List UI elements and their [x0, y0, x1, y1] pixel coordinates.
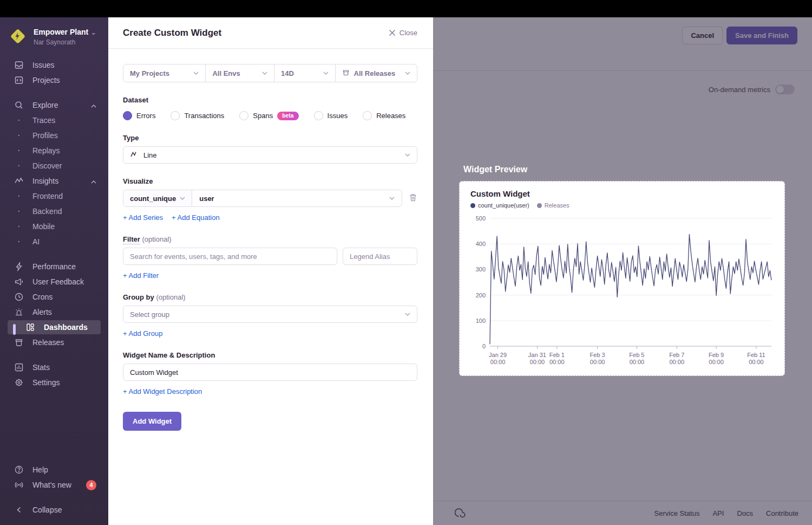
- sidebar-item-ai[interactable]: ·AI: [0, 234, 108, 249]
- modal-title: Create Custom Widget: [123, 28, 221, 38]
- beta-badge: beta: [277, 112, 298, 120]
- dataset-options: Errors Transactions Spans beta Issues: [123, 111, 417, 120]
- chart-legend: count_unique(user) Releases: [470, 202, 774, 209]
- svg-text:Feb 3: Feb 3: [590, 352, 605, 358]
- sidebar-item-frontend[interactable]: ·Frontend: [0, 189, 108, 204]
- legend-item-releases[interactable]: Releases: [537, 202, 569, 209]
- svg-text:00:00: 00:00: [709, 359, 724, 365]
- radio-selected: [123, 111, 132, 120]
- type-label: Type: [123, 134, 417, 142]
- sidebar-collapse-button[interactable]: Collapse: [0, 502, 108, 517]
- widget-preview-card: Custom Widget count_unique(user) Release…: [459, 181, 785, 376]
- svg-text:200: 200: [476, 292, 486, 299]
- search-icon: [14, 100, 24, 110]
- sidebar-item-mobile[interactable]: ·Mobile: [0, 219, 108, 234]
- create-widget-modal: Create Custom Widget Close My Projects A…: [108, 17, 433, 525]
- sidebar-item-traces[interactable]: ·Traces: [0, 113, 108, 128]
- dataset-option-issues[interactable]: Issues: [314, 111, 348, 120]
- sidebar-footer: Help What's new 4 Collapse: [0, 462, 108, 525]
- environment-filter-dropdown[interactable]: All Envs: [205, 64, 274, 82]
- releases-icon: [14, 338, 24, 347]
- sidebar-nav: Issues Projects Explore ·Traces ·Profile…: [0, 57, 108, 390]
- sidebar-item-user-feedback[interactable]: User Feedback: [0, 274, 108, 289]
- filter-label: Filter: [123, 235, 140, 244]
- release-filter-dropdown[interactable]: All Releases: [335, 64, 417, 82]
- widget-name-label: Widget Name & Description: [123, 351, 417, 359]
- dashboards-icon: [25, 322, 35, 332]
- dataset-option-transactions[interactable]: Transactions: [171, 111, 224, 120]
- column-select[interactable]: user: [192, 190, 402, 206]
- chevron-up-icon: [91, 101, 96, 109]
- sidebar-item-explore[interactable]: Explore: [0, 98, 108, 113]
- sidebar-item-alerts[interactable]: Alerts: [0, 304, 108, 320]
- page-filter-bar: My Projects All Envs 14D All Releases: [123, 64, 417, 82]
- whats-new-badge: 4: [86, 480, 96, 490]
- aggregate-select[interactable]: count_unique: [123, 190, 192, 206]
- filter-search-input[interactable]: [123, 248, 337, 265]
- megaphone-icon: [14, 277, 24, 287]
- clock-icon: [14, 292, 24, 302]
- add-description-link[interactable]: + Add Widget Description: [123, 387, 202, 396]
- radio-unselected: [314, 111, 323, 120]
- sidebar-item-discover[interactable]: ·Discover: [0, 158, 108, 173]
- chevron-down-icon: [262, 72, 267, 75]
- add-group-link[interactable]: + Add Group: [123, 329, 162, 338]
- close-button[interactable]: Close: [389, 29, 417, 37]
- svg-text:Jan 29: Jan 29: [489, 352, 507, 358]
- svg-text:Feb 9: Feb 9: [709, 352, 724, 358]
- sidebar-item-releases[interactable]: Releases: [0, 335, 108, 350]
- add-equation-link[interactable]: + Add Equation: [172, 213, 220, 222]
- sidebar-item-issues[interactable]: Issues: [0, 57, 108, 73]
- top-black-bar: [0, 0, 812, 17]
- svg-text:00:00: 00:00: [549, 359, 565, 365]
- add-filter-link[interactable]: + Add Filter: [123, 271, 159, 280]
- add-widget-button[interactable]: Add Widget: [123, 412, 181, 431]
- sidebar-item-help[interactable]: Help: [0, 462, 108, 477]
- dataset-label: Dataset: [123, 96, 417, 104]
- sidebar-item-settings[interactable]: Settings: [0, 375, 108, 390]
- svg-text:Feb 5: Feb 5: [629, 352, 644, 358]
- filter-optional-label: (optional): [142, 235, 171, 243]
- dataset-option-releases[interactable]: Releases: [363, 111, 405, 120]
- sidebar-item-crons[interactable]: Crons: [0, 289, 108, 304]
- group-by-select[interactable]: Select group: [123, 306, 417, 323]
- chart-type-select[interactable]: Line: [123, 146, 417, 164]
- trash-icon: [409, 193, 417, 202]
- sidebar-item-profiles[interactable]: ·Profiles: [0, 128, 108, 143]
- sidebar-item-insights[interactable]: Insights: [0, 173, 108, 189]
- sidebar-item-projects[interactable]: Projects: [0, 73, 108, 88]
- dashboard-edit-page: Cancel Save and Finish On-demand metrics…: [433, 17, 812, 525]
- sidebar-item-performance[interactable]: Performance: [0, 259, 108, 274]
- svg-text:00:00: 00:00: [530, 359, 545, 365]
- sidebar-item-backend[interactable]: ·Backend: [0, 204, 108, 219]
- project-filter-dropdown[interactable]: My Projects: [123, 64, 205, 82]
- widget-name-input[interactable]: [123, 364, 417, 381]
- svg-text:500: 500: [476, 215, 486, 222]
- legend-dot: [537, 203, 542, 208]
- sidebar-item-stats[interactable]: Stats: [0, 360, 108, 375]
- date-range-dropdown[interactable]: 14D: [274, 64, 335, 82]
- dataset-option-spans[interactable]: Spans beta: [239, 111, 298, 120]
- add-series-link[interactable]: + Add Series: [123, 213, 163, 222]
- svg-text:Feb 11: Feb 11: [747, 352, 765, 358]
- radio-unselected: [363, 111, 372, 120]
- org-switcher[interactable]: Empower Plant⌄ Nar Saynorath: [0, 17, 108, 52]
- group-by-optional-label: (optional): [156, 293, 185, 301]
- legend-dot: [470, 203, 475, 208]
- line-chart-icon: [130, 151, 139, 160]
- dataset-option-errors[interactable]: Errors: [123, 111, 155, 120]
- chevron-up-icon: [91, 177, 96, 185]
- widget-preview: Widget Preview Custom Widget count_uniqu…: [459, 165, 785, 376]
- svg-text:00:00: 00:00: [630, 359, 645, 365]
- chevron-down-icon: ⌄: [90, 28, 96, 37]
- legend-alias-input[interactable]: [343, 248, 417, 265]
- siren-icon: [14, 307, 24, 317]
- delete-series-button[interactable]: [409, 193, 417, 204]
- sidebar-item-whats-new[interactable]: What's new 4: [0, 477, 108, 492]
- chevron-down-icon: [323, 72, 329, 75]
- legend-item-count-unique[interactable]: count_unique(user): [470, 202, 529, 209]
- svg-text:0: 0: [482, 343, 486, 349]
- sidebar-item-replays[interactable]: ·Replays: [0, 143, 108, 158]
- svg-text:00:00: 00:00: [670, 359, 685, 365]
- sidebar-item-dashboards[interactable]: Dashboards: [0, 320, 108, 335]
